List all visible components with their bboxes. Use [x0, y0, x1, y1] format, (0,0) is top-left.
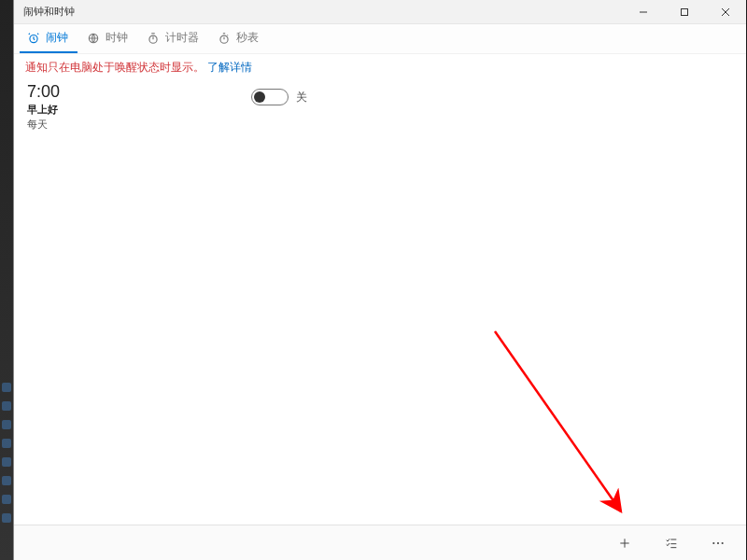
alarm-item[interactable]: 7:00 早上好 每天 关: [14, 79, 746, 135]
svg-point-15: [722, 541, 724, 543]
stopwatch-icon: [218, 32, 231, 45]
window-controls: [623, 0, 746, 23]
window-title: 闹钟和时钟: [14, 5, 75, 19]
alarm-info: 7:00 早上好 每天: [27, 83, 214, 132]
ellipsis-icon: [711, 536, 726, 551]
toggle-knob: [254, 91, 265, 103]
close-icon: [721, 7, 730, 17]
tab-bar: 闹钟 时钟 计时器 秒表: [14, 24, 746, 54]
tab-stopwatch-label: 秒表: [236, 30, 259, 46]
tab-stopwatch[interactable]: 秒表: [210, 24, 268, 53]
minimize-icon: [639, 7, 648, 17]
tab-alarm[interactable]: 闹钟: [20, 24, 78, 53]
close-button[interactable]: [705, 0, 746, 23]
alarm-toggle-group: 关: [251, 89, 307, 105]
alarm-time: 7:00: [27, 83, 214, 102]
add-alarm-button[interactable]: [606, 528, 643, 558]
command-bar: [14, 525, 746, 560]
tab-clock[interactable]: 时钟: [79, 24, 137, 53]
plus-icon: [617, 536, 632, 551]
timer-icon: [147, 32, 160, 45]
tab-clock-label: 时钟: [106, 30, 128, 46]
svg-point-13: [712, 541, 714, 543]
alarm-toggle[interactable]: [251, 89, 289, 105]
maximize-icon: [680, 7, 689, 17]
alarm-toggle-state: 关: [296, 90, 307, 105]
svg-rect-1: [682, 8, 688, 15]
tab-alarm-label: 闹钟: [46, 30, 68, 46]
checklist-icon: [664, 536, 679, 551]
globe-clock-icon: [87, 32, 100, 45]
maximize-button[interactable]: [664, 0, 705, 23]
wake-notice: 通知只在电脑处于唤醒状态时显示。 了解详情: [14, 54, 746, 79]
svg-point-14: [717, 541, 719, 543]
alarm-icon: [27, 32, 40, 45]
select-alarms-button[interactable]: [653, 528, 690, 558]
wake-notice-link[interactable]: 了解详情: [207, 61, 252, 74]
wake-notice-text: 通知只在电脑处于唤醒状态时显示。: [25, 61, 204, 74]
more-button[interactable]: [699, 528, 737, 558]
tab-timer[interactable]: 计时器: [139, 24, 208, 53]
tab-timer-label: 计时器: [165, 30, 199, 46]
alarm-list: 7:00 早上好 每天 关: [14, 79, 746, 525]
desktop-left-strip: [0, 0, 13, 560]
app-window: 闹钟和时钟 闹钟: [13, 0, 746, 560]
minimize-button[interactable]: [623, 0, 664, 23]
alarm-repeat: 每天: [27, 118, 214, 132]
titlebar: 闹钟和时钟: [14, 0, 746, 24]
alarm-name: 早上好: [27, 103, 214, 117]
